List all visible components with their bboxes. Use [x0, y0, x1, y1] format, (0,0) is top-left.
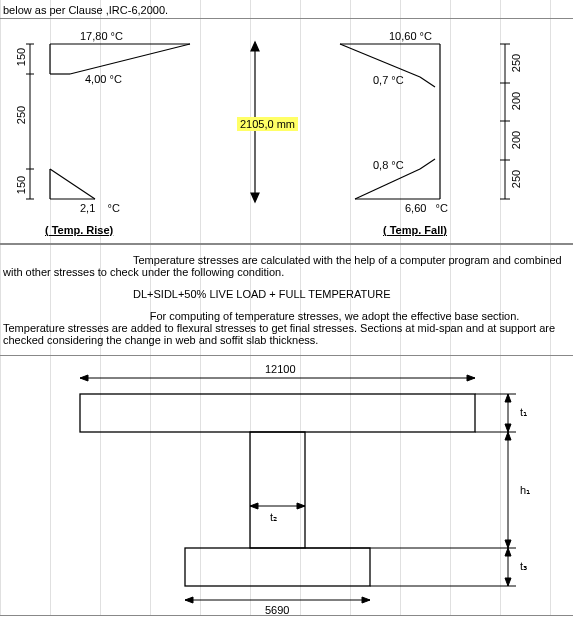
svg-marker-41	[505, 394, 511, 402]
right-dim-4: 250	[510, 170, 522, 188]
svg-line-6	[50, 169, 95, 199]
svg-marker-51	[505, 578, 511, 586]
fall-t2: 0,7 °C	[373, 74, 404, 86]
svg-rect-30	[185, 548, 370, 586]
left-dim-mid: 250	[15, 106, 27, 124]
rise-t3: 2,1 °C	[80, 202, 120, 214]
rise-caption: ( Temp. Rise)	[45, 224, 113, 236]
depth-highlight: 2105,0 mm	[237, 117, 298, 131]
svg-marker-38	[185, 597, 193, 603]
rise-t1: 17,80 °C	[80, 30, 123, 42]
svg-marker-32	[80, 375, 88, 381]
intro-line: below as per Clause ,IRC-6,2000.	[3, 4, 168, 16]
t3-label: t₃	[520, 560, 527, 573]
right-dim-3: 200	[510, 131, 522, 149]
fall-caption: ( Temp. Fall)	[383, 224, 447, 236]
left-dim-bot: 150	[15, 176, 27, 194]
svg-marker-50	[505, 548, 511, 556]
para-1: Temperature stresses are calculated with…	[3, 254, 570, 278]
left-dim-top: 150	[15, 48, 27, 66]
cross-section-diagram: 12100 t₂ 5690 t₁ h₁ t₃	[0, 356, 573, 616]
fall-t3: 0,8 °C	[373, 159, 404, 171]
web-thickness: t₂	[270, 511, 277, 524]
right-dim-1: 250	[510, 54, 522, 72]
temperature-diagram: 17,80 °C 4,00 °C 2,1 °C 150 250 150 2105…	[0, 19, 573, 244]
svg-marker-39	[362, 597, 370, 603]
svg-line-20	[355, 169, 420, 199]
svg-marker-14	[251, 193, 259, 202]
section-svg	[0, 356, 573, 616]
svg-line-16	[340, 44, 420, 77]
intro-text: below as per Clause ,IRC-6,2000.	[0, 0, 573, 19]
fall-t4: 6,60 °C	[405, 202, 448, 214]
h1-label: h₁	[520, 484, 530, 497]
svg-marker-46	[505, 432, 511, 440]
svg-line-3	[70, 44, 190, 74]
bot-width: 5690	[265, 604, 289, 616]
para-2: For computing of temperature stresses, w…	[3, 310, 570, 346]
fall-t1: 10,60 °C	[389, 30, 432, 42]
body-text: Temperature stresses are calculated with…	[0, 244, 573, 356]
svg-rect-29	[250, 432, 305, 548]
formula-line: DL+SIDL+50% LIVE LOAD + FULL TEMPERATURE	[3, 288, 570, 300]
svg-line-19	[420, 159, 435, 169]
rise-t2: 4,00 °C	[85, 73, 122, 85]
svg-marker-33	[467, 375, 475, 381]
svg-marker-35	[250, 503, 258, 509]
svg-line-17	[420, 77, 435, 87]
svg-marker-36	[297, 503, 305, 509]
top-width: 12100	[265, 363, 296, 375]
svg-rect-28	[80, 394, 475, 432]
t1-label: t₁	[520, 406, 527, 419]
svg-marker-13	[251, 42, 259, 51]
right-dim-2: 200	[510, 92, 522, 110]
